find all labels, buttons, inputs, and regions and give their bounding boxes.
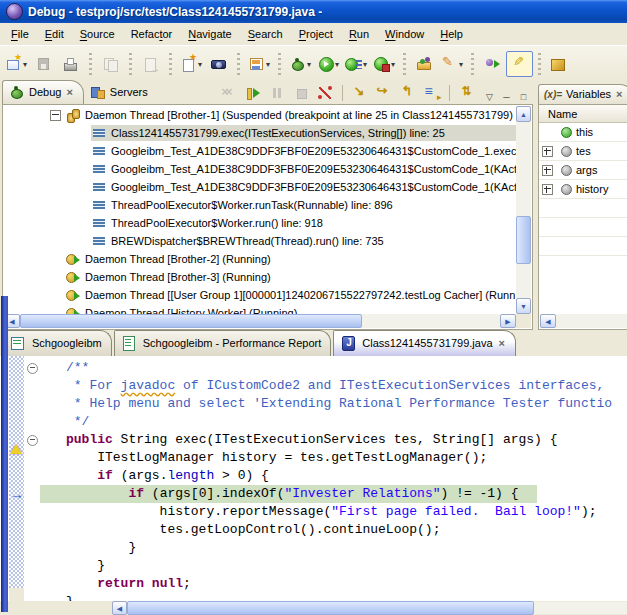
folding-margin[interactable] <box>24 356 40 601</box>
scroll-up-button[interactable]: ▲ <box>516 106 531 122</box>
print-button[interactable] <box>57 51 84 77</box>
code-line[interactable]: if (args[0].indexOf("Invester Relations"… <box>40 485 627 503</box>
view-tab-debug[interactable]: Debug× <box>2 80 84 104</box>
code-line[interactable]: * Help menu and select 'Extending Ration… <box>66 395 627 413</box>
variables-horizontal-scrollbar[interactable]: ◀ <box>540 314 627 328</box>
code-line[interactable]: public String exec(ITestExecutionService… <box>66 431 627 449</box>
code-line[interactable]: } <box>66 539 627 557</box>
warning-icon[interactable] <box>10 432 24 446</box>
fold-marker-icon[interactable] <box>27 363 38 374</box>
tree-row[interactable]: Class1241455731799.exec(ITestExecutionSe… <box>4 124 516 142</box>
editor-horizontal-scrollbar[interactable]: ◀ <box>0 601 627 615</box>
code-line[interactable]: ITestLogManager history = tes.getTestLog… <box>66 449 627 467</box>
menu-item-run[interactable]: Run <box>341 25 377 43</box>
code-line[interactable]: */ <box>66 413 627 431</box>
tree-row[interactable]: ThreadPoolExecutor$Worker.runTask(Runnab… <box>4 196 516 214</box>
disconnect-button[interactable] <box>314 82 336 104</box>
scroll-track[interactable] <box>534 602 627 614</box>
close-icon[interactable]: × <box>498 337 506 349</box>
scroll-left-button[interactable]: ◀ <box>540 314 556 328</box>
tree-row[interactable]: Daemon Thread [Brother-1] (Suspended (br… <box>4 106 516 124</box>
code-line[interactable]: } <box>66 593 627 601</box>
code-line[interactable]: tes.getLoopControl().continueLoop(); <box>66 521 627 539</box>
variable-row[interactable]: history <box>539 180 627 199</box>
expander-icon[interactable] <box>542 184 553 195</box>
view-menu-button[interactable]: ▽ <box>482 90 497 104</box>
run-schedule-button[interactable]: ▾ <box>342 51 370 77</box>
tree-row[interactable]: Daemon Thread [History Worker] (Running) <box>4 304 516 314</box>
menu-item-help[interactable]: Help <box>432 25 471 43</box>
step-over-button[interactable] <box>373 82 395 104</box>
run-button[interactable]: ▾ <box>314 51 342 77</box>
minimize-button[interactable]: ─ <box>499 90 514 104</box>
code-line[interactable]: * For javadoc of ICustomCode2 and ITestE… <box>66 377 627 395</box>
open-test-button[interactable] <box>411 51 438 77</box>
suspend-button[interactable] <box>266 82 288 104</box>
code-line[interactable]: if (args.length > 0) { <box>66 467 627 485</box>
menu-item-refactor[interactable]: Refactor <box>123 25 181 43</box>
menu-item-edit[interactable]: Edit <box>37 25 72 43</box>
new-report-button[interactable]: ▾ <box>177 51 205 77</box>
tree-row[interactable]: Daemon Thread [[User Group 1][000001]124… <box>4 286 516 304</box>
scroll-thumb[interactable] <box>516 216 531 264</box>
view-tab-servers[interactable]: Servers <box>84 81 157 104</box>
partial-button[interactable] <box>546 51 573 77</box>
variable-row[interactable]: args <box>539 161 627 180</box>
drop-to-frame-button[interactable] <box>456 82 478 104</box>
scroll-left-button[interactable]: ◀ <box>112 601 127 615</box>
debug-button[interactable]: ▾ <box>286 51 314 77</box>
editor-tab-schgoogleibm[interactable]: Schgoogleibm <box>3 330 112 356</box>
camera-button[interactable] <box>205 51 232 77</box>
fold-marker-icon[interactable] <box>27 435 38 446</box>
expander-icon[interactable] <box>50 110 61 121</box>
tree-row[interactable]: ThreadPoolExecutor$Worker.run() line: 91… <box>4 214 516 232</box>
menu-item-source[interactable]: Source <box>72 25 123 43</box>
annotation-ruler[interactable] <box>9 356 24 588</box>
column-header-name[interactable]: Name <box>539 105 627 123</box>
menu-item-window[interactable]: Window <box>377 25 432 43</box>
editor-tab-schgoogleibm-performance-report[interactable]: Schgoogleibm - Performance Report <box>114 330 332 356</box>
tree-row[interactable]: Daemon Thread [Brother-3] (Running) <box>4 268 516 286</box>
step-into-button[interactable] <box>349 82 371 104</box>
menu-item-search[interactable]: Search <box>240 25 291 43</box>
expander-icon[interactable] <box>542 165 553 176</box>
code-area[interactable]: /** * For javadoc of ICustomCode2 and IT… <box>40 356 627 601</box>
remove-terminated-button[interactable] <box>218 82 240 104</box>
marker-button[interactable]: ▾ <box>438 51 466 77</box>
scroll-right-button[interactable]: ▶ <box>500 314 516 328</box>
debug-horizontal-scrollbar[interactable]: ◀ ▶ <box>4 314 516 328</box>
scroll-thumb[interactable] <box>127 601 534 615</box>
highlighter-button[interactable] <box>506 51 533 77</box>
scroll-thumb[interactable] <box>20 314 362 328</box>
maximize-button[interactable]: □ <box>516 90 531 104</box>
view-tab-variables[interactable]: (x)= Variables × <box>538 84 627 104</box>
tree-row[interactable]: Daemon Thread [Brother-2] (Running) <box>4 250 516 268</box>
step-return-button[interactable] <box>397 82 419 104</box>
debug-vertical-scrollbar[interactable]: ▲ ▼ <box>516 106 531 314</box>
step-filters-button[interactable] <box>421 82 443 104</box>
variable-row[interactable]: tes <box>539 142 627 161</box>
save-button[interactable] <box>30 51 57 77</box>
tree-row[interactable]: BREWDispatcher$BREWThread(Thread).run() … <box>4 232 516 250</box>
menu-item-file[interactable]: File <box>3 25 37 43</box>
export-button[interactable] <box>137 51 164 77</box>
variable-row[interactable]: this <box>539 123 627 142</box>
menu-item-navigate[interactable]: Navigate <box>180 25 239 43</box>
new-wizard-button[interactable]: ▾ <box>2 51 30 77</box>
expander-icon[interactable] <box>542 146 553 157</box>
code-line[interactable]: } <box>66 557 627 575</box>
code-line[interactable]: history.reportMessage("First page failed… <box>66 503 627 521</box>
resume-button[interactable] <box>242 82 264 104</box>
titlebar[interactable]: Debug - testproj/src/test/Class124145573… <box>0 0 627 23</box>
save-all-button[interactable] <box>97 51 124 77</box>
code-line[interactable]: return null; <box>66 575 627 593</box>
profile-button[interactable]: ▾ <box>370 51 398 77</box>
close-icon[interactable]: × <box>615 88 623 100</box>
close-icon[interactable]: × <box>65 86 73 98</box>
report-button[interactable]: ▾ <box>245 51 273 77</box>
tree-row[interactable]: Googleibm_Test_A1DE38C9DDF3FBF0E209E5323… <box>4 160 516 178</box>
terminate-button[interactable] <box>290 82 312 104</box>
tree-row[interactable]: Googleibm_Test_A1DE38C9DDF3FBF0E209E5323… <box>4 178 516 196</box>
menu-item-project[interactable]: Project <box>291 25 341 43</box>
tree-row[interactable]: Googleibm_Test_A1DE38C9DDF3FBF0E209E5323… <box>4 142 516 160</box>
